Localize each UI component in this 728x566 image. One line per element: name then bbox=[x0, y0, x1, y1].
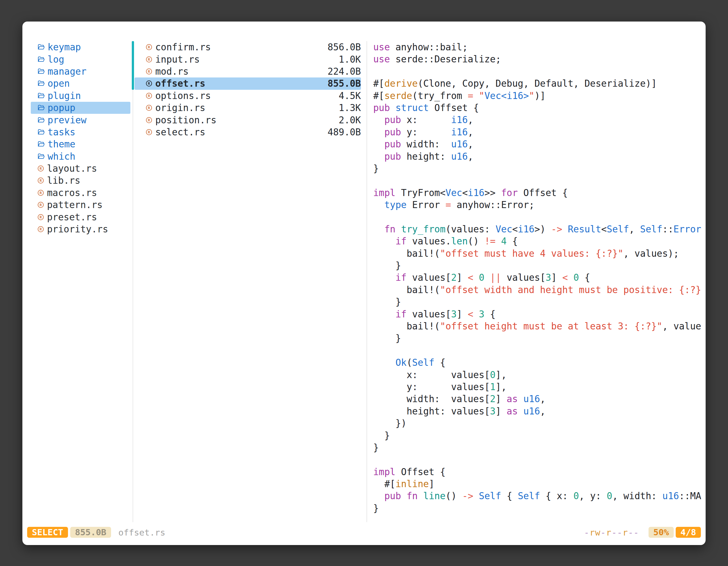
file-size: 489.0B bbox=[328, 127, 361, 138]
item-label: tasks bbox=[48, 127, 75, 138]
folder-icon bbox=[37, 43, 45, 51]
status-bar: SELECT 855.0B offset.rs -rw-r--r-- 50% 4… bbox=[27, 527, 701, 538]
sidebar-item-pattern-rs[interactable]: Rpattern.rs bbox=[31, 199, 130, 211]
code-line: bail!("offset must have 4 values: {:?}",… bbox=[367, 248, 706, 260]
file-row-origin-rs[interactable]: Rorigin.rs1.3K bbox=[135, 102, 361, 114]
code-line: pub width: u16, bbox=[367, 138, 706, 150]
parent-directory-pane: keymaplogmanageropenpluginpopuppreviewta… bbox=[22, 41, 133, 235]
sidebar-item-manager[interactable]: manager bbox=[31, 65, 130, 78]
code-line: height: values[3] as u16, bbox=[367, 405, 706, 417]
code-line: pub struct Offset { bbox=[367, 102, 706, 114]
item-label: theme bbox=[48, 139, 75, 150]
sidebar-item-layout-rs[interactable]: Rlayout.rs bbox=[31, 163, 130, 175]
folder-icon bbox=[37, 116, 45, 124]
rust-file-icon: R bbox=[37, 177, 44, 184]
item-label: priority.rs bbox=[47, 224, 108, 235]
folder-icon bbox=[37, 104, 45, 112]
file-size: 1.0K bbox=[339, 54, 361, 65]
file-name: mod.rs bbox=[155, 66, 189, 77]
code-line: bail!("offset height must be at least 3:… bbox=[367, 320, 706, 332]
item-label: layout.rs bbox=[47, 163, 97, 174]
rust-file-icon: R bbox=[37, 189, 44, 197]
code-line: #[inline] bbox=[367, 478, 706, 490]
sidebar-item-theme[interactable]: theme bbox=[31, 138, 130, 150]
code-line bbox=[367, 454, 706, 466]
sidebar-item-macros-rs[interactable]: Rmacros.rs bbox=[31, 187, 130, 199]
code-line: if values[2] < 0 || values[3] < 0 { bbox=[367, 272, 706, 283]
file-name: origin.rs bbox=[155, 102, 205, 113]
folder-icon bbox=[37, 140, 45, 148]
code-line: pub y: i16, bbox=[367, 126, 706, 138]
item-label: pattern.rs bbox=[47, 200, 103, 210]
item-label: preview bbox=[48, 115, 86, 126]
sidebar-item-preview[interactable]: preview bbox=[31, 114, 130, 126]
sidebar-item-preset-rs[interactable]: Rpreset.rs bbox=[31, 211, 130, 223]
code-line: } bbox=[367, 296, 706, 308]
svg-text:R: R bbox=[40, 203, 42, 207]
item-label: keymap bbox=[48, 42, 81, 53]
svg-text:R: R bbox=[40, 191, 42, 195]
code-line: fn try_from(values: Vec<i16>) -> Result<… bbox=[367, 223, 706, 235]
current-directory-pane: Rconfirm.rs856.0BRinput.rs1.0KRmod.rs224… bbox=[133, 41, 367, 138]
sidebar-item-priority-rs[interactable]: Rpriority.rs bbox=[31, 223, 130, 235]
file-row-select-rs[interactable]: Rselect.rs489.0B bbox=[135, 126, 361, 138]
code-line: pub height: u16, bbox=[367, 151, 706, 163]
sidebar-item-popup[interactable]: popup bbox=[31, 102, 130, 114]
file-name: select.rs bbox=[155, 127, 205, 138]
sidebar-item-keymap[interactable]: keymap bbox=[31, 41, 130, 53]
file-row-confirm-rs[interactable]: Rconfirm.rs856.0B bbox=[135, 41, 361, 53]
rust-file-icon: R bbox=[145, 116, 153, 124]
svg-text:R: R bbox=[148, 82, 150, 86]
code-line: } bbox=[367, 332, 706, 344]
rust-file-icon: R bbox=[145, 128, 153, 136]
file-size: 4.5K bbox=[339, 90, 361, 101]
item-label: log bbox=[48, 54, 64, 65]
code-line: } bbox=[367, 441, 706, 454]
code-line bbox=[367, 175, 706, 187]
code-line: pub x: i16, bbox=[367, 114, 706, 126]
scroll-percent-badge: 50% bbox=[649, 527, 674, 538]
rust-file-icon: R bbox=[145, 56, 153, 63]
file-row-position-rs[interactable]: Rposition.rs2.0K bbox=[135, 114, 361, 126]
file-preview-pane: use anyhow::bail;use serde::Deserialize;… bbox=[367, 41, 706, 522]
code-line: bail!("offset width and height must be p… bbox=[367, 284, 706, 296]
code-line: use serde::Deserialize; bbox=[367, 53, 706, 65]
code-line: }) bbox=[367, 417, 706, 429]
folder-icon bbox=[37, 92, 45, 100]
code-line: } bbox=[367, 260, 706, 272]
svg-text:R: R bbox=[148, 45, 150, 49]
code-line: impl Offset { bbox=[367, 466, 706, 478]
svg-text:R: R bbox=[148, 118, 150, 122]
folder-icon bbox=[37, 128, 45, 136]
item-label: open bbox=[48, 78, 70, 89]
code-line: #[derive(Clone, Copy, Debug, Default, De… bbox=[367, 78, 706, 90]
item-label: lib.rs bbox=[47, 175, 80, 186]
file-permissions: -rw-r--r-- bbox=[584, 527, 639, 537]
code-line: #[serde(try_from = "Vec<i16>")] bbox=[367, 90, 706, 102]
code-line bbox=[367, 344, 706, 356]
file-name: options.rs bbox=[155, 90, 211, 101]
sidebar-item-which[interactable]: which bbox=[31, 151, 130, 163]
status-right: -rw-r--r-- 50% 4/8 bbox=[584, 527, 701, 538]
item-label: which bbox=[48, 151, 75, 162]
svg-text:R: R bbox=[40, 166, 42, 171]
rust-file-icon: R bbox=[37, 165, 44, 172]
file-row-mod-rs[interactable]: Rmod.rs224.0B bbox=[135, 65, 361, 78]
sidebar-item-plugin[interactable]: plugin bbox=[31, 90, 130, 102]
sidebar-item-log[interactable]: log bbox=[31, 53, 130, 65]
svg-text:R: R bbox=[148, 94, 150, 98]
file-name: position.rs bbox=[155, 115, 217, 126]
sidebar-item-tasks[interactable]: tasks bbox=[31, 126, 130, 138]
file-name: confirm.rs bbox=[155, 42, 211, 53]
sidebar-item-lib-rs[interactable]: Rlib.rs bbox=[31, 175, 130, 187]
code-line bbox=[367, 211, 706, 223]
code-line: } bbox=[367, 163, 706, 175]
code-line: use anyhow::bail; bbox=[367, 41, 706, 53]
file-row-options-rs[interactable]: Roptions.rs4.5K bbox=[135, 90, 361, 102]
file-row-offset-rs[interactable]: Roffset.rs855.0B bbox=[135, 78, 361, 90]
code-line: pub fn line() -> Self { Self { x: 0, y: … bbox=[367, 490, 706, 502]
code-line: type Error = anyhow::Error; bbox=[367, 199, 706, 211]
file-row-input-rs[interactable]: Rinput.rs1.0K bbox=[135, 53, 361, 65]
item-label: macros.rs bbox=[47, 187, 97, 198]
sidebar-item-open[interactable]: open bbox=[31, 78, 130, 90]
